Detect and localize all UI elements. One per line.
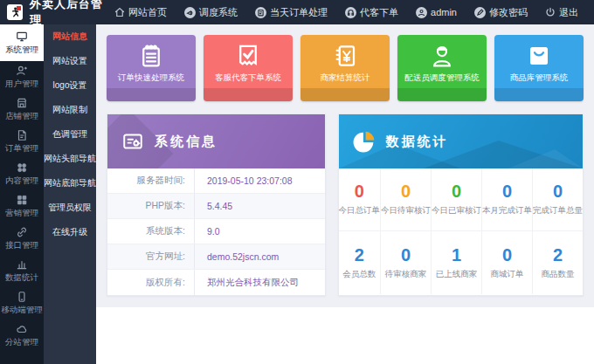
tile-proxy-order-system[interactable]: 客服代客下单系统 [204, 35, 293, 101]
info-row-system-version: 系统版本: 9.0 [107, 219, 325, 244]
users-icon [16, 65, 28, 77]
tile-merchant-settlement[interactable]: 商家结算统计 [300, 35, 390, 101]
cloud-icon [16, 323, 28, 335]
submenu-item-site-limits[interactable]: 网站限制 [44, 98, 96, 122]
top-item-dispatch[interactable]: 调度系统 [176, 0, 246, 24]
top-item-admin[interactable]: admin [407, 0, 466, 24]
app-title: 外卖人后台管理 [30, 0, 106, 28]
sidebar-item-users[interactable]: 用户管理 [0, 61, 44, 93]
link-icon [16, 226, 28, 238]
submenu-item-header-nav[interactable]: 网站头部导航 [44, 147, 96, 171]
logout-icon [545, 7, 556, 17]
sidebar-item-mobile[interactable]: 移动端管理 [0, 287, 44, 319]
shopping-bag-icon [526, 43, 552, 69]
system-window-icon [121, 130, 144, 153]
sidebar-item-system[interactable]: 系统管理 [0, 24, 44, 61]
submenu-item-footer-nav[interactable]: 网站底部导航 [44, 171, 96, 196]
data-stats-title: 数据统计 [386, 134, 449, 150]
user-icon [416, 7, 427, 18]
system-info-header: 系统信息 [107, 114, 325, 168]
primary-sidebar: 系统管理 用户管理 店铺管理 订单管理 内容管理 营销管理 接口管理 数据统计 [0, 24, 44, 364]
top-item-logout[interactable]: 退出 [536, 0, 587, 24]
dispatch-icon [184, 7, 196, 18]
top-menu: 网站首页 调度系统 当天订单处理 代客下单 [106, 0, 587, 24]
top-item-home[interactable]: 网站首页 [106, 0, 176, 24]
today-orders-icon [255, 7, 266, 18]
logo-stamp [17, 6, 21, 10]
system-info-table: 服务器时间: 2019-05-10 23:07:08 PHP版本: 5.4.45… [107, 168, 325, 295]
stat-mall-orders: 0 商城订单 [482, 231, 533, 294]
stat-total-completed-orders: 0 完成订单总量 [533, 168, 583, 231]
bar-chart-icon [16, 258, 28, 271]
info-row-copyright: 版权所有: 郑州光合科技有限公司 [107, 270, 325, 295]
sidebar-item-content[interactable]: 内容管理 [0, 158, 44, 190]
stats-grid: 0 今日总订单 0 今日待审核订 0 今日已审核订 0 本月完成订单 [339, 168, 584, 294]
stat-total-members: 2 会员总数 [339, 231, 382, 294]
quick-tiles: 订单快速处理系统 客服代客下单系统 商家结算统计 配送员调度管理系统 商品库管理… [107, 35, 584, 101]
system-info-title: 系统信息 [155, 134, 218, 150]
tile-courier-dispatch[interactable]: 配送员调度管理系统 [397, 35, 487, 101]
order-file-icon [16, 129, 28, 141]
notepad-icon [138, 43, 164, 69]
topbar: 外卖人后台管理 网站首页 调度系统 当天订单处理 [0, 0, 594, 24]
receipt-check-icon [235, 43, 261, 69]
pie-chart-icon [353, 130, 376, 153]
sidebar-item-api[interactable]: 接口管理 [0, 223, 44, 255]
stat-month-completed-orders: 0 本月完成订单 [482, 168, 533, 231]
submenu-item-theme[interactable]: 色调管理 [44, 122, 96, 147]
dashboard-panels: 系统信息 服务器时间: 2019-05-10 23:07:08 PHP版本: 5… [107, 113, 584, 296]
sidebar-item-subsites[interactable]: 分站管理 [0, 319, 44, 352]
courier-icon [429, 43, 455, 69]
shop-icon [16, 97, 28, 109]
sidebar-item-orders[interactable]: 订单管理 [0, 126, 44, 158]
data-stats-header: 数据统计 [339, 114, 584, 168]
stat-today-approved-orders: 0 今日已审核订 [432, 168, 482, 231]
sidebar-item-statistics[interactable]: 数据统计 [0, 255, 44, 287]
mobile-app-icon [16, 291, 28, 303]
stat-today-orders: 0 今日总订单 [339, 168, 382, 231]
sidebar-item-marketing[interactable]: 营销管理 [0, 190, 44, 223]
submenu-item-site-settings[interactable]: 网站设置 [44, 49, 96, 73]
system-icon [16, 31, 28, 43]
submenu-item-site-info[interactable]: 网站信息 [44, 24, 96, 49]
info-row-php-version: PHP版本: 5.4.45 [107, 194, 325, 219]
home-icon [114, 7, 125, 17]
stat-total-products: 2 商品数量 [533, 231, 583, 294]
app-window: 外卖人后台管理 网站首页 调度系统 当天订单处理 [0, 0, 594, 364]
tile-order-processing[interactable]: 订单快速处理系统 [107, 35, 196, 101]
ledger-yen-icon [332, 43, 358, 69]
app-logo-icon [7, 4, 23, 20]
info-row-server-time: 服务器时间: 2019-05-10 23:07:08 [107, 168, 325, 194]
content-icon [16, 161, 28, 174]
system-info-panel: 系统信息 服务器时间: 2019-05-10 23:07:08 PHP版本: 5… [107, 113, 326, 296]
submenu-item-online-upgrade[interactable]: 在线升级 [44, 220, 96, 244]
proxy-order-icon [345, 7, 356, 18]
submenu-item-admin-rights[interactable]: 管理员权限 [44, 196, 96, 220]
tile-product-library[interactable]: 商品库管理系统 [494, 35, 584, 101]
data-stats-panel: 数据统计 0 今日总订单 0 今日待审核订 0 今日已审核订 [338, 113, 584, 296]
stat-pending-merchants: 0 待审核商家 [381, 231, 432, 294]
edit-password-icon [474, 7, 486, 18]
submenu-item-logo-settings[interactable]: logo设置 [44, 73, 96, 98]
top-item-change-password[interactable]: 修改密码 [466, 0, 536, 24]
stat-online-merchants: 1 已上线商家 [432, 231, 482, 294]
sidebar-item-shops[interactable]: 店铺管理 [0, 93, 44, 126]
marketing-icon [16, 194, 28, 206]
top-item-proxy-order[interactable]: 代客下单 [336, 0, 407, 24]
main-content: 订单快速处理系统 客服代客下单系统 商家结算统计 配送员调度管理系统 商品库管理… [96, 24, 594, 364]
stat-today-pending-orders: 0 今日待审核订 [381, 168, 432, 231]
top-item-today-orders[interactable]: 当天订单处理 [246, 0, 336, 24]
info-row-official-site: 官方网址: demo.52jscn.com [107, 244, 325, 270]
secondary-sidebar: 网站信息 网站设置 logo设置 网站限制 色调管理 网站头部导航 网站底部导航… [44, 24, 96, 364]
